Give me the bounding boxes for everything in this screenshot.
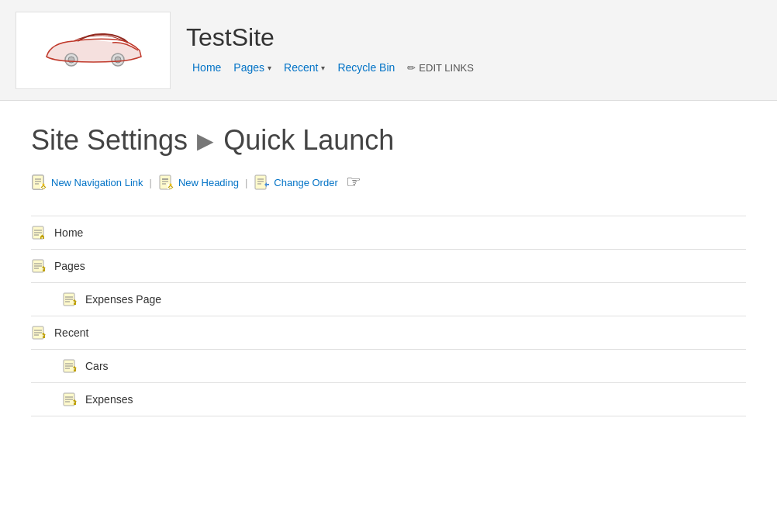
nav-recent[interactable]: Recent ▾: [278, 58, 331, 77]
nav-items-list: Home Pages Expenses Page: [31, 216, 746, 416]
new-nav-link-button[interactable]: New Navigation Link: [31, 174, 143, 191]
expenses-item-icon: [62, 391, 79, 408]
cars-item-label[interactable]: Cars: [85, 360, 109, 372]
home-item-label[interactable]: Home: [54, 226, 83, 239]
change-order-button[interactable]: Change Order: [254, 174, 337, 191]
svg-rect-17: [255, 175, 266, 189]
expenses-item-label[interactable]: Expenses: [85, 393, 133, 406]
toolbar-links: New Navigation Link | New Heading |: [31, 172, 746, 192]
recent-dropdown-arrow[interactable]: ▾: [321, 64, 325, 72]
page-title: Site Settings ▶ Quick Launch: [31, 124, 746, 157]
breadcrumb-arrow: ▶: [197, 128, 214, 154]
pages-item-label[interactable]: Pages: [54, 260, 85, 272]
logo-svg: [31, 27, 155, 74]
separator-1: |: [150, 177, 152, 188]
nav-recycle-bin[interactable]: Recycle Bin: [331, 58, 401, 77]
nav-list-item-expenses-page: Expenses Page: [31, 283, 746, 316]
site-title-area: TestSite Home Pages ▾ Recent ▾ Recycle B…: [186, 23, 480, 77]
expenses-page-item-label[interactable]: Expenses Page: [85, 293, 161, 306]
pages-item-icon: [31, 257, 48, 275]
nav-list-item-cars: Cars: [31, 350, 746, 383]
nav-edit-links[interactable]: ✏ EDIT LINKS: [401, 59, 480, 77]
home-item-icon: [31, 224, 48, 241]
change-order-icon: [254, 174, 271, 191]
recent-item-label[interactable]: Recent: [54, 326, 88, 339]
svg-point-10: [43, 184, 45, 186]
nav-home[interactable]: Home: [186, 58, 227, 77]
breadcrumb-site-settings: Site Settings: [31, 124, 188, 157]
expenses-page-item-icon: [62, 291, 79, 308]
recent-item-icon: [31, 324, 48, 341]
site-logo: [16, 12, 171, 89]
nav-pages[interactable]: Pages ▾: [227, 58, 278, 77]
svg-point-16: [169, 184, 171, 186]
nav-list-item-home: Home: [31, 216, 746, 250]
new-heading-icon: [158, 174, 175, 191]
new-heading-button[interactable]: New Heading: [158, 174, 239, 191]
breadcrumb-quick-launch: Quick Launch: [223, 124, 394, 157]
cars-item-icon: [62, 358, 79, 375]
cursor-indicator: ☞: [346, 172, 361, 192]
separator-2: |: [245, 177, 247, 188]
nav-list-item-expenses: Expenses: [31, 383, 746, 416]
header: TestSite Home Pages ▾ Recent ▾ Recycle B…: [0, 0, 777, 101]
new-nav-link-icon: [31, 174, 48, 191]
site-title: TestSite: [186, 23, 480, 52]
main-content: Site Settings ▶ Quick Launch New Navigat…: [0, 101, 777, 440]
nav-list-item-pages: Pages: [31, 250, 746, 283]
edit-links-pencil-icon: ✏: [407, 62, 416, 74]
top-nav: Home Pages ▾ Recent ▾ Recycle Bin ✏ EDIT…: [186, 58, 480, 77]
nav-list-item-recent: Recent: [31, 316, 746, 350]
pages-dropdown-arrow[interactable]: ▾: [268, 64, 271, 72]
